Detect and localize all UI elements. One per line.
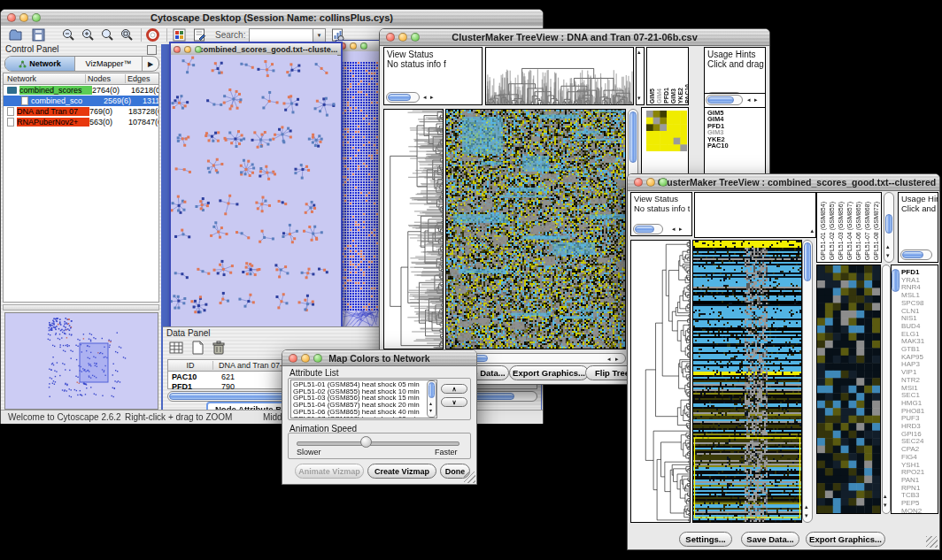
window-controls[interactable] — [634, 178, 668, 187]
scroll-down-icon[interactable]: ▾ — [805, 511, 808, 520]
scroll-down-icon[interactable]: ▾ — [429, 406, 432, 415]
zoom-heatmap-panel[interactable] — [816, 265, 881, 514]
close-icon[interactable] — [386, 33, 395, 42]
global-vscrollbar[interactable]: ▴ ▾ — [802, 240, 813, 523]
row-dendrogram-panel[interactable] — [630, 240, 691, 523]
treeview2-titlebar[interactable]: ClusterMaker TreeView : combined_scores_… — [628, 174, 939, 191]
network-list-row[interactable]: RNAPuberNov2+563(0)107847(0) — [4, 117, 158, 127]
network-list-row[interactable]: combined_scores2764(0)16218(0) — [4, 85, 158, 96]
open-file-icon[interactable] — [8, 27, 23, 42]
scroll-right-icon[interactable]: ▸ — [430, 93, 434, 102]
zoom-window-icon[interactable] — [313, 354, 322, 363]
create-vizmap-button[interactable]: Create Vizmap — [367, 464, 436, 479]
resize-grip[interactable] — [926, 536, 938, 548]
zoom-window-icon[interactable] — [32, 13, 41, 22]
scroll-up-icon[interactable]: ▴ — [805, 502, 808, 511]
status-hscrollbar[interactable] — [633, 224, 663, 234]
scroll-up-icon[interactable]: ▴ — [884, 492, 887, 501]
minimize-icon[interactable] — [646, 178, 655, 187]
scroll-left-icon[interactable]: ◂ — [423, 93, 427, 102]
zoom-window-icon[interactable] — [411, 33, 420, 42]
network-frame[interactable]: combined_scores_good.txt--cluste... — [169, 42, 343, 339]
hints-hscrollbar[interactable] — [900, 249, 932, 260]
dendrogram-scroll-strip[interactable]: ▴ ▾ — [636, 47, 645, 105]
column-labels-vscrollbar[interactable]: ▴ ▾ — [884, 192, 894, 263]
zoom-selected-icon[interactable] — [120, 27, 135, 42]
search-input[interactable] — [249, 28, 314, 42]
window-controls[interactable] — [7, 13, 41, 22]
scroll-left-icon[interactable]: ◂ — [672, 225, 676, 234]
delete-attribute-icon[interactable] — [211, 340, 227, 356]
zoom-out-icon[interactable] — [61, 27, 76, 42]
attribute-list[interactable]: GPL51-01 (GSM854) heat shock 05 minGPL51… — [290, 380, 437, 418]
birdseye-view[interactable] — [4, 312, 158, 410]
column-dendrogram-panel[interactable] — [485, 47, 634, 105]
vizmapper-icon[interactable] — [172, 27, 187, 42]
frame-window-controls[interactable] — [174, 46, 202, 53]
zoom-in-icon[interactable] — [81, 27, 96, 42]
minimize-icon[interactable] — [350, 42, 357, 50]
annotation-icon[interactable] — [192, 27, 207, 42]
gene-list-panel[interactable]: PFD1YRA1RNR4MSL1SPC98CLN1NIS1BUD4ELG1MAK… — [891, 265, 938, 514]
zoom-fit-icon[interactable] — [100, 27, 115, 42]
tab-vizmapper[interactable]: VizMapper™ — [75, 57, 143, 71]
global-heatmap-panel[interactable] — [692, 240, 802, 523]
heatmap-panel[interactable] — [445, 109, 626, 349]
close-icon[interactable] — [174, 46, 181, 53]
search-dropdown-button[interactable]: ▼ — [313, 28, 326, 42]
panel-splitter[interactable] — [3, 304, 159, 311]
status-hscrollbar[interactable] — [386, 92, 420, 103]
zoom-window-icon[interactable] — [195, 46, 202, 53]
resize-grip[interactable] — [464, 472, 475, 483]
attribute-item[interactable]: GPL51-07 (GSM868) heat shock 60 min — [291, 416, 436, 418]
tab-network[interactable]: Network — [5, 57, 75, 71]
scroll-left-icon[interactable]: ◂ — [747, 96, 751, 104]
animate-vizmap-button[interactable]: Animate Vizmap — [295, 464, 364, 479]
export-graphics-button[interactable]: Export Graphics... — [509, 365, 589, 380]
minimize-icon[interactable] — [398, 33, 407, 42]
close-icon[interactable] — [289, 354, 297, 363]
close-icon[interactable] — [7, 13, 16, 22]
row-dendrogram-panel[interactable] — [383, 109, 444, 349]
attribute-list-vscrollbar[interactable]: ▴ ▾ — [427, 380, 436, 418]
scroll-left-icon[interactable]: ◂ — [607, 355, 611, 364]
new-attribute-icon[interactable] — [189, 340, 205, 356]
scroll-right-icon[interactable]: ▸ — [615, 355, 619, 364]
scroll-right-icon[interactable]: ▸ — [754, 96, 758, 104]
gene-label[interactable]: MON2 — [901, 508, 924, 514]
dialog-titlebar[interactable]: Map Colors to Network — [282, 350, 476, 366]
move-up-button[interactable]: ∧ — [441, 384, 467, 394]
network-canvas-back[interactable] — [336, 51, 384, 334]
network-list-row[interactable]: combined_sco2569(6)13112(15) — [4, 96, 158, 106]
treeview1-titlebar[interactable]: ClusterMaker TreeView : DNA and Tran 07-… — [380, 29, 769, 46]
attribute-select-icon[interactable] — [168, 340, 184, 356]
network-canvas[interactable] — [171, 55, 337, 334]
scroll-up-icon[interactable]: ▴ — [810, 226, 814, 235]
minimize-icon[interactable] — [184, 46, 191, 53]
animation-slider-thumb[interactable] — [360, 436, 372, 448]
save-data-button[interactable]: Save Data... — [741, 532, 799, 547]
zoom-window-icon[interactable] — [659, 178, 668, 187]
window-controls[interactable] — [289, 354, 322, 363]
scroll-down-icon[interactable]: ▾ — [637, 94, 641, 103]
close-icon[interactable] — [634, 178, 643, 187]
save-icon[interactable] — [31, 27, 46, 42]
minimize-icon[interactable] — [301, 354, 310, 363]
gene-label[interactable]: PAC10 — [707, 142, 729, 149]
gene-list-vscrollbar[interactable] — [892, 265, 900, 513]
scroll-right-icon[interactable]: ▸ — [679, 225, 683, 234]
float-panel-icon[interactable] — [147, 45, 157, 55]
zoom-vscrollbar[interactable]: ▴ ▾ — [882, 265, 891, 514]
settings-button[interactable]: Settings... — [679, 532, 732, 547]
scroll-up-icon[interactable]: ▴ — [886, 242, 890, 251]
network-table-header[interactable]: Network Nodes Edges — [4, 73, 158, 85]
help-lifesaver-icon[interactable] — [145, 27, 160, 42]
tab-overflow-button[interactable]: ▶ — [143, 57, 158, 71]
labels-hscrollbar[interactable] — [706, 95, 743, 105]
minimize-icon[interactable] — [19, 13, 28, 22]
main-titlebar[interactable]: Cytoscape Desktop (Session Name: collins… — [1, 10, 543, 27]
export-graphics-button[interactable]: Export Graphics... — [806, 532, 885, 547]
move-down-button[interactable]: ∨ — [441, 397, 467, 407]
scroll-up-icon[interactable]: ▴ — [637, 48, 641, 57]
column-dendrogram-panel[interactable]: ▴ — [694, 192, 816, 238]
